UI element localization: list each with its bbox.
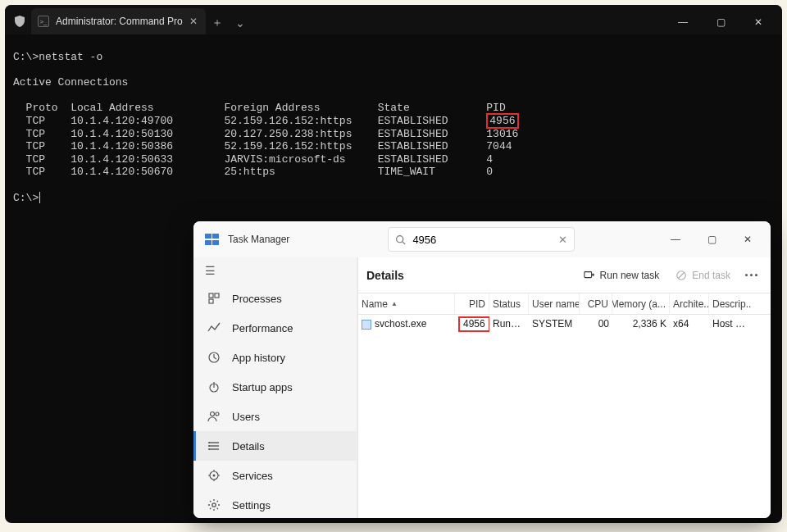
svg-point-14 (208, 445, 210, 447)
sidebar-item-label: Performance (232, 322, 293, 334)
table-row[interactable]: svchost.exe4956RunningSYSTEM002,336 Kx64… (358, 315, 771, 333)
details-icon (207, 439, 221, 452)
taskmgr-title: Task Manager (228, 234, 289, 245)
search-icon (395, 234, 406, 245)
sidebar-item-label: Processes (232, 293, 282, 305)
apphistory-icon (207, 351, 221, 364)
gear-icon (207, 498, 221, 512)
more-options-button[interactable] (740, 271, 762, 280)
sidebar-item-label: App history (232, 352, 285, 364)
col-pid: PID (455, 293, 489, 314)
tab-dropdown-button[interactable]: ⌄ (229, 11, 252, 34)
svg-rect-19 (584, 271, 591, 277)
details-grid: Name▲ PID Status User name CPU Memory (a… (358, 293, 771, 333)
svg-point-0 (397, 235, 403, 242)
sidebar-item-label: Settings (232, 499, 271, 512)
maximize-button[interactable]: ▢ (702, 10, 739, 34)
svg-point-17 (213, 475, 216, 477)
process-icon (362, 320, 371, 330)
new-tab-button[interactable]: ＋ (206, 11, 229, 34)
sidebar-item-services[interactable]: Services (193, 461, 357, 490)
tab-title: Administrator: Command Pro (56, 16, 183, 27)
svg-line-21 (679, 272, 685, 278)
terminal-output[interactable]: C:\>netstat -o Active Connections Proto … (5, 34, 782, 221)
hamburger-icon[interactable]: ☰ (193, 257, 357, 284)
end-task-icon (676, 270, 687, 281)
col-user: User name (529, 293, 580, 314)
col-desc: Descrip... (709, 293, 752, 314)
cell-desc: Host Pr... (709, 318, 752, 330)
cmd-icon: >_ (38, 16, 49, 27)
search-input[interactable] (412, 234, 552, 246)
taskmgr-sidebar: ☰ ProcessesPerformanceApp historyStartup… (193, 257, 357, 518)
performance-icon (207, 321, 221, 334)
sidebar-item-label: Startup apps (232, 381, 293, 393)
taskmgr-titlebar: Task Manager ✕ — ▢ ✕ (193, 221, 771, 257)
col-status: Status (489, 293, 529, 314)
sidebar-item-processes[interactable]: Processes (193, 284, 357, 313)
svg-point-18 (212, 503, 216, 507)
cell-user: SYSTEM (529, 318, 580, 330)
close-tab-icon[interactable]: ✕ (189, 16, 198, 27)
clear-search-icon[interactable]: ✕ (558, 234, 567, 246)
sort-asc-icon: ▲ (391, 300, 398, 307)
startup-icon (207, 380, 221, 393)
taskmgr-logo-icon (205, 234, 220, 245)
sidebar-item-label: Details (232, 440, 265, 452)
svg-rect-2 (209, 293, 213, 298)
svg-line-1 (403, 241, 405, 243)
svg-point-9 (216, 412, 219, 416)
terminal-tab[interactable]: >_ Administrator: Command Pro ✕ (31, 8, 206, 34)
processes-icon (207, 292, 221, 305)
run-new-task-button[interactable]: Run new task (577, 266, 666, 284)
cell-arch: x64 (670, 318, 709, 330)
cell-status: Running (489, 318, 529, 330)
svg-rect-3 (215, 293, 219, 298)
cell-name: svchost.exe (358, 318, 455, 330)
shield-icon (13, 15, 26, 28)
cell-cpu: 00 (580, 318, 612, 330)
taskmgr-toolbar: Details Run new task End task (358, 257, 771, 293)
svg-point-15 (208, 448, 210, 450)
minimize-button[interactable]: — (664, 10, 702, 34)
svg-point-13 (208, 442, 210, 443)
page-title: Details (366, 269, 404, 282)
sidebar-item-label: Services (232, 470, 273, 482)
task-manager-window: Task Manager ✕ — ▢ ✕ ☰ ProcessesPerforma… (193, 221, 771, 518)
taskmgr-search[interactable]: ✕ (388, 227, 575, 252)
col-mem: Memory (a... (612, 293, 670, 314)
sidebar-item-settings[interactable]: Settings (193, 490, 357, 518)
end-task-button[interactable]: End task (669, 266, 737, 284)
grid-header[interactable]: Name▲ PID Status User name CPU Memory (a… (358, 293, 771, 315)
col-cpu: CPU (580, 293, 612, 314)
sidebar-item-apphistory[interactable]: App history (193, 343, 357, 372)
col-arch: Archite... (670, 293, 709, 314)
highlighted-pid: 4956 (458, 316, 489, 332)
users-icon (207, 410, 221, 423)
services-icon (207, 469, 221, 482)
col-name: Name▲ (358, 293, 455, 314)
terminal-titlebar: >_ Administrator: Command Pro ✕ ＋ ⌄ — ▢ … (5, 5, 782, 34)
close-button[interactable]: ✕ (739, 10, 777, 34)
tm-close-button[interactable]: ✕ (730, 227, 766, 252)
sidebar-item-users[interactable]: Users (193, 402, 357, 431)
sidebar-item-performance[interactable]: Performance (193, 313, 357, 343)
svg-rect-4 (209, 299, 213, 303)
sidebar-item-details[interactable]: Details (193, 431, 357, 461)
svg-point-8 (211, 412, 215, 416)
tm-maximize-button[interactable]: ▢ (694, 227, 730, 252)
tm-minimize-button[interactable]: — (657, 227, 694, 252)
run-task-icon (584, 270, 595, 281)
highlighted-pid: 4956 (486, 113, 518, 129)
cell-pid: 4956 (455, 316, 489, 332)
sidebar-item-label: Users (232, 411, 260, 423)
sidebar-item-startup[interactable]: Startup apps (193, 372, 357, 402)
cell-mem: 2,336 K (612, 318, 670, 330)
